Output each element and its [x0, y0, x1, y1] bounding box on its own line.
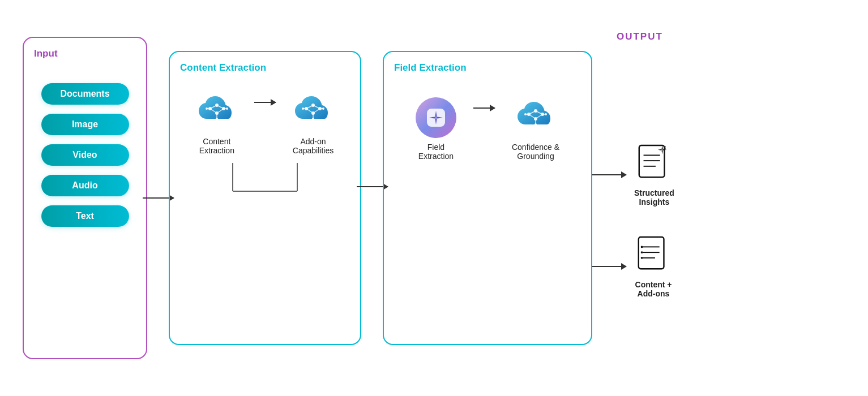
- arrow-to-content-addons: [592, 266, 626, 267]
- field-extraction-circle: [416, 97, 456, 138]
- diagram: Input Documents Image Video Audio Text C…: [0, 0, 868, 396]
- content-extraction-panel: Content Extraction: [169, 51, 361, 345]
- structured-insights-label: StructuredInsights: [634, 188, 674, 206]
- svg-point-23: [312, 118, 314, 120]
- content-extraction-label: ContentExtraction: [199, 137, 234, 155]
- video-button[interactable]: Video: [41, 144, 129, 166]
- confidence-grounding-icon: [515, 97, 556, 138]
- field-extraction-panel: Field Extraction FieldExtraction: [383, 51, 592, 345]
- svg-point-54: [641, 246, 643, 248]
- addon-capabilities-icon: [293, 92, 333, 132]
- svg-point-25: [302, 107, 304, 110]
- field-nodes-row: FieldExtraction: [394, 97, 581, 161]
- structured-insights-svg: [635, 143, 673, 183]
- input-panel: Input Documents Image Video Audio Text: [23, 37, 147, 359]
- arrow-field-confidence: [473, 107, 495, 109]
- field-extraction-title: Field Extraction: [394, 62, 467, 74]
- confidence-grounding-node: Confidence &Grounding: [512, 97, 559, 161]
- cloud-circuit-icon-3: [515, 98, 556, 137]
- arrow-content-addon: [254, 102, 276, 103]
- input-buttons-list: Documents Image Video Audio Text: [34, 83, 136, 227]
- audio-button[interactable]: Audio: [41, 175, 129, 196]
- content-addons-label: Content +Add-ons: [635, 280, 672, 298]
- output-row-1: StructuredInsights: [592, 143, 674, 206]
- input-title: Input: [34, 48, 58, 59]
- addon-capabilities-label: Add-onCapabilities: [293, 137, 333, 155]
- content-addons-block: Content +Add-ons: [634, 235, 673, 298]
- content-addons-icon: [634, 235, 673, 277]
- structured-insights-block: StructuredInsights: [634, 143, 674, 206]
- field-extraction-label: FieldExtraction: [418, 143, 454, 161]
- svg-point-55: [641, 251, 643, 253]
- cloud-circuit-icon-2: [293, 93, 333, 131]
- svg-point-9: [216, 118, 218, 120]
- output-row-2: Content +Add-ons: [592, 235, 673, 298]
- output-title: OUTPUT: [617, 31, 663, 42]
- confidence-grounding-label: Confidence &Grounding: [512, 143, 559, 161]
- svg-point-13: [226, 107, 228, 110]
- addon-capabilities-node: Add-onCapabilities: [293, 92, 333, 155]
- svg-point-56: [641, 257, 643, 259]
- arrow-to-structured: [592, 174, 626, 175]
- content-extraction-title: Content Extraction: [180, 62, 266, 74]
- text-button[interactable]: Text: [41, 205, 129, 227]
- content-nodes-row: ContentExtraction: [180, 92, 350, 155]
- content-addons-svg: [634, 235, 673, 274]
- svg-point-11: [206, 107, 208, 110]
- documents-button[interactable]: Documents: [41, 83, 129, 105]
- sparkle-icon: [425, 106, 447, 129]
- svg-point-43: [524, 113, 527, 115]
- svg-point-45: [545, 113, 547, 115]
- content-extraction-icon: [196, 92, 237, 132]
- svg-point-27: [322, 107, 324, 110]
- field-extraction-node: FieldExtraction: [416, 97, 456, 161]
- bracket-lines-svg: [200, 163, 330, 203]
- svg-point-41: [535, 123, 537, 126]
- structured-insights-icon: [635, 143, 673, 185]
- cloud-circuit-icon-1: [196, 93, 237, 131]
- image-button[interactable]: Image: [41, 114, 129, 135]
- content-extraction-node: ContentExtraction: [196, 92, 237, 155]
